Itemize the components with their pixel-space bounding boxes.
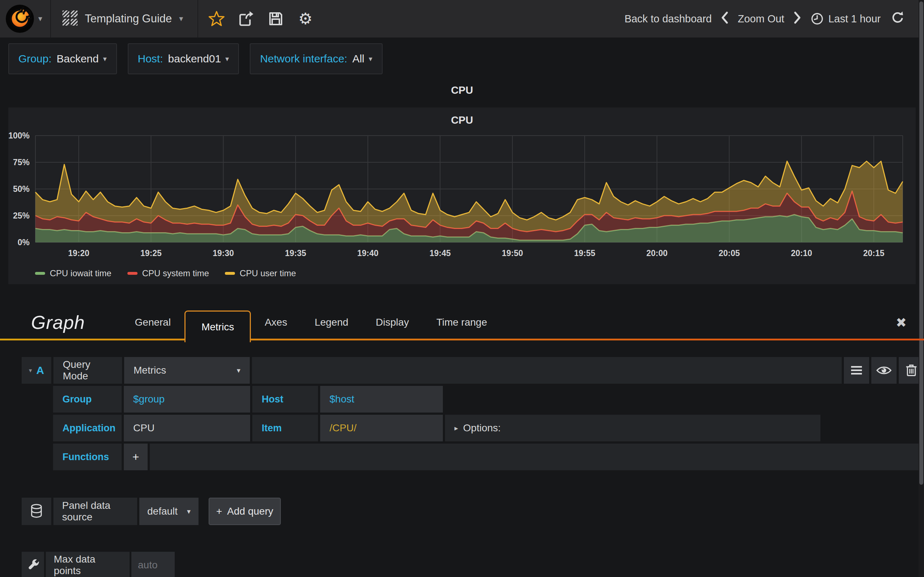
max-data-points-row: Max data points auto <box>22 552 924 577</box>
save-icon <box>268 11 284 27</box>
item-field-input[interactable]: /CPU/ <box>320 415 443 442</box>
back-to-dashboard-link[interactable]: Back to dashboard <box>624 13 712 25</box>
svg-text:20:15: 20:15 <box>863 248 884 258</box>
svg-text:20:10: 20:10 <box>791 248 812 258</box>
legend-label: CPU iowait time <box>50 268 111 279</box>
star-icon <box>208 11 225 27</box>
scrollbar-track <box>919 0 924 577</box>
legend-swatch-icon <box>128 272 137 275</box>
time-picker-button[interactable]: Last 1 hour <box>810 12 881 26</box>
datasource-value: default <box>147 506 178 517</box>
svg-text:0%: 0% <box>18 238 30 247</box>
max-data-points-input[interactable]: auto <box>131 552 175 577</box>
svg-text:75%: 75% <box>13 158 30 167</box>
query-row-group-host: Group $group Host $host <box>53 386 924 413</box>
caret-down-icon: ▾ <box>103 55 107 63</box>
template-variables-row: Group: Backend ▾ Host: backend01 ▾ Netwo… <box>0 37 924 80</box>
time-shift-right-button[interactable] <box>794 11 801 26</box>
svg-text:19:20: 19:20 <box>68 248 89 258</box>
group-field-input[interactable]: $group <box>124 386 250 413</box>
variable-host[interactable]: Host: backend01 ▾ <box>128 43 239 74</box>
query-menu-button[interactable] <box>844 357 869 384</box>
time-range-label: Last 1 hour <box>828 13 881 25</box>
plus-icon: + <box>216 506 222 517</box>
tab-axes[interactable]: Axes <box>251 305 300 340</box>
panel-header-title[interactable]: CPU <box>0 84 924 104</box>
star-button[interactable] <box>202 0 231 37</box>
gear-icon: ⚙ <box>299 11 313 27</box>
chevron-right-icon <box>794 11 801 24</box>
query-row-filler <box>252 357 842 384</box>
query-mode-label: Query Mode <box>53 357 122 384</box>
graph-inner-title: CPU <box>8 110 916 131</box>
navbar-actions: ⚙ <box>198 0 324 37</box>
legend-label: CPU system time <box>142 268 209 279</box>
svg-text:20:00: 20:00 <box>646 248 668 258</box>
svg-text:20:05: 20:05 <box>719 248 740 258</box>
wrench-icon-cell <box>22 552 44 577</box>
caret-down-icon: ▾ <box>237 366 241 375</box>
svg-text:19:35: 19:35 <box>285 248 306 258</box>
tab-time-range[interactable]: Time range <box>423 305 501 340</box>
tab-metrics[interactable]: Metrics <box>184 311 251 342</box>
menu-icon <box>850 365 863 376</box>
save-button[interactable] <box>261 0 291 37</box>
tab-general[interactable]: General <box>121 305 185 340</box>
scrollbar-thumb[interactable] <box>919 2 923 485</box>
dashboard-title-menu[interactable]: Templating Guide ▾ <box>51 0 198 37</box>
cpu-stacked-area-chart[interactable]: 0%25%50%75%100%19:2019:2519:3019:3519:40… <box>8 131 916 263</box>
variable-host-value: backend01 <box>168 53 221 65</box>
svg-text:19:40: 19:40 <box>357 248 379 258</box>
grafana-logo-menu[interactable]: ▾ <box>0 0 51 37</box>
query-toggle-visibility-button[interactable] <box>871 357 897 384</box>
datasource-label: Panel data source <box>53 498 137 525</box>
max-data-points-label: Max data points <box>46 552 129 577</box>
query-letter-toggle[interactable]: ▾ A <box>22 357 51 384</box>
share-button[interactable] <box>231 0 261 37</box>
tab-legend[interactable]: Legend <box>301 305 362 340</box>
database-icon <box>30 503 43 519</box>
add-query-label: Add query <box>227 506 273 517</box>
close-editor-button[interactable]: ✖ <box>896 315 907 330</box>
settings-button[interactable]: ⚙ <box>291 0 320 37</box>
caret-right-icon: ▸ <box>454 424 458 432</box>
add-query-button[interactable]: + Add query <box>208 498 281 525</box>
functions-row-filler <box>150 443 924 470</box>
share-icon <box>238 10 254 27</box>
options-toggle[interactable]: ▸ Options: <box>445 415 821 442</box>
refresh-button[interactable] <box>890 10 905 28</box>
svg-text:19:55: 19:55 <box>574 248 595 258</box>
navbar-right: Back to dashboard Zoom Out Last 1 hour <box>615 0 924 37</box>
refresh-icon <box>890 10 905 25</box>
variable-group-value: Backend <box>57 53 99 65</box>
add-function-button[interactable]: + <box>124 443 148 470</box>
item-field-label: Item <box>252 415 318 442</box>
datasource-icon-cell <box>22 498 51 525</box>
variable-group[interactable]: Group: Backend ▾ <box>8 43 117 74</box>
svg-text:19:30: 19:30 <box>213 248 234 258</box>
dashboard-grid-icon <box>63 10 78 27</box>
svg-text:19:25: 19:25 <box>141 248 162 258</box>
time-shift-left-button[interactable] <box>721 11 729 26</box>
legend-item[interactable]: CPU user time <box>225 268 296 279</box>
query-mode-select[interactable]: Metrics ▾ <box>124 357 250 384</box>
variable-network-interface[interactable]: Network interface: All ▾ <box>250 43 382 74</box>
metrics-tab-content: ▾ A Query Mode Metrics ▾ <box>0 340 924 577</box>
zoom-out-button[interactable]: Zoom Out <box>738 13 784 25</box>
dashboard-title: Templating Guide <box>85 12 172 25</box>
host-field-input[interactable]: $host <box>320 386 443 413</box>
datasource-select[interactable]: default ▾ <box>139 498 199 525</box>
application-field-input[interactable]: CPU <box>124 415 250 442</box>
clock-icon <box>810 12 824 26</box>
caret-down-icon: ▾ <box>187 507 191 516</box>
tab-display[interactable]: Display <box>362 305 423 340</box>
collapse-caret-icon: ▾ <box>29 367 32 374</box>
legend-item[interactable]: CPU system time <box>128 268 209 279</box>
svg-text:100%: 100% <box>8 131 30 140</box>
editor-panel-type-title: Graph <box>31 311 85 333</box>
query-letter: A <box>36 364 44 377</box>
svg-text:25%: 25% <box>13 211 30 220</box>
legend-item[interactable]: CPU iowait time <box>35 268 111 279</box>
host-field-label: Host <box>252 386 318 413</box>
legend-swatch-icon <box>35 272 45 275</box>
